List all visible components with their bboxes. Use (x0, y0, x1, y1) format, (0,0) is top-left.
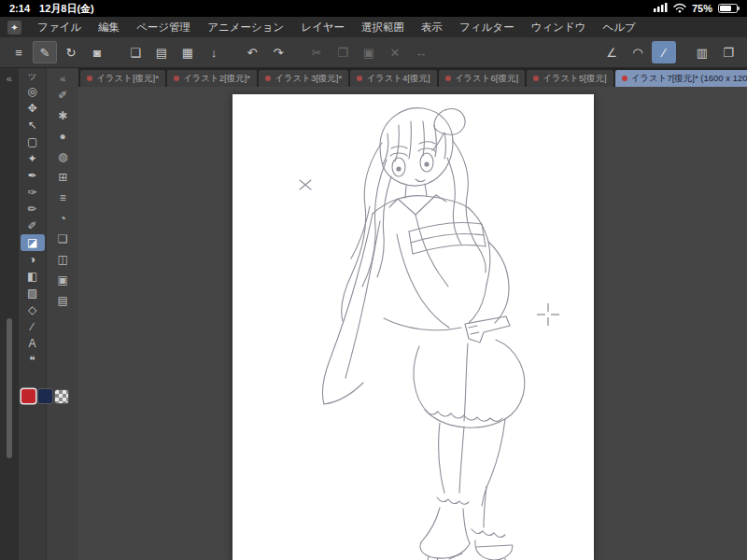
copy-icon: ❐ (331, 41, 355, 63)
auto-select-tool-icon[interactable]: ✦ (21, 150, 45, 167)
ruler-tool-icon[interactable]: ∕ (21, 318, 45, 335)
date: 12月8日(金) (39, 2, 94, 16)
main-color-swatch[interactable] (21, 389, 35, 403)
gradient-tool-icon[interactable]: ▨ (21, 285, 45, 301)
clip-studio-paint-app: 2:14 12月8日(金) 75% ✦ ファイル 編集 ページ管理 アニメーショ… (0, 0, 747, 560)
menu-filter[interactable]: フィルター (451, 21, 523, 35)
document-area: イラスト[復元]* イラスト2[復元]* イラスト3[復元]* イラスト4[復元… (78, 68, 747, 560)
main-menu-icon[interactable]: ≡ (7, 41, 31, 63)
blend-tool-icon[interactable]: ◑ (21, 251, 45, 268)
brush-size-icon[interactable]: ● (49, 126, 76, 147)
color-set-icon[interactable]: ⊞ (49, 167, 76, 188)
canvas-tab[interactable]: イラスト3[復元]* (259, 70, 348, 87)
page-view-icon[interactable]: ❐ (716, 41, 740, 63)
menu-bar: ✦ ファイル 編集 ページ管理 アニメーション レイヤー 選択範囲 表示 フィル… (0, 17, 747, 37)
tab-modified-dot (533, 76, 539, 81)
color-slider-icon[interactable]: ≡ (49, 188, 76, 208)
text-tool-icon[interactable]: A (21, 335, 45, 352)
layer-palette-icon[interactable]: ❏ (49, 229, 76, 249)
menu-animation[interactable]: アニメーション (199, 21, 292, 35)
object-tool-icon[interactable]: ↖ (21, 117, 45, 133)
new-canvas-icon[interactable]: ❏ (123, 41, 148, 63)
tool-palette-title: ツ (28, 70, 36, 83)
tab-modified-dot (265, 76, 271, 81)
color-history-icon[interactable]: ◔ (49, 208, 76, 229)
menu-window[interactable]: ウィンドウ (523, 21, 595, 35)
status-bar: 2:14 12月8日(金) 75% (0, 0, 747, 17)
canvas-tab-active[interactable]: イラスト7[復元]* (1600 x 1200px 72dpi 84.4%) (615, 70, 747, 87)
menu-page-management[interactable]: ページ管理 (128, 21, 199, 35)
layer-property-icon[interactable]: ◫ (49, 249, 76, 270)
rotate-canvas-icon[interactable]: ↻ (59, 41, 83, 63)
menu-file[interactable]: ファイル (29, 21, 90, 35)
drawing-canvas[interactable] (233, 94, 594, 560)
vector-snap-icon[interactable]: ∕ (652, 41, 676, 63)
undo-icon[interactable]: ↶ (240, 41, 264, 63)
subtool-palette-icon[interactable]: ✐ (49, 85, 76, 105)
balloon-tool-icon[interactable]: ❝ (21, 352, 45, 369)
eyedropper-tool-icon[interactable]: ✒ (21, 167, 45, 184)
export-icon[interactable]: ↓ (202, 41, 226, 63)
tool-palette: ツ ◎ ✥ ↖ ▢ ✦ ✒ ✑ ✏ ✐ ◪ ◑ ◧ ▨ ◇ ∕ A ❝ (19, 68, 47, 560)
brush-tool-icon[interactable]: ✐ (21, 217, 45, 234)
figure-tool-icon[interactable]: ◇ (21, 301, 45, 318)
cursor-crosshair-icon (537, 303, 559, 326)
paste-icon: ▣ (357, 41, 381, 63)
canvas-tab[interactable]: イラスト6[復元] (439, 70, 525, 87)
material-icon[interactable]: ▤ (49, 290, 76, 311)
menu-layer[interactable]: レイヤー (292, 21, 353, 35)
transparent-color-swatch[interactable] (55, 390, 68, 403)
menu-edit[interactable]: 編集 (90, 21, 128, 35)
canvas-tab[interactable]: イラスト5[復元] (527, 70, 613, 87)
color-swatches (21, 389, 68, 403)
tab-label: イラスト2[復元]* (183, 73, 250, 85)
zoom-tool-icon[interactable]: ◎ (21, 83, 45, 100)
print-icon[interactable]: ▦ (176, 41, 200, 63)
clip-studio-logo-icon[interactable]: ✦ (7, 21, 21, 35)
tool-property-icon[interactable]: ✱ (49, 105, 76, 126)
tab-label: イラスト[復元]* (96, 73, 159, 85)
move-tool-icon[interactable]: ✥ (21, 100, 45, 117)
selection-tool-icon[interactable]: ▢ (21, 133, 45, 150)
tab-label: イラスト4[復元] (366, 73, 430, 85)
snap-to-special-ruler-icon[interactable]: ◠ (626, 41, 650, 63)
edit-canvas-icon[interactable]: ✎ (33, 41, 57, 63)
menu-view[interactable]: 表示 (413, 21, 451, 35)
canvas-tab[interactable]: イラスト[復元]* (80, 70, 165, 87)
clock: 2:14 (9, 3, 30, 14)
tab-modified-dot (357, 76, 362, 81)
eraser-tool-icon[interactable]: ◪ (21, 234, 45, 251)
tab-label: イラスト6[復元] (455, 73, 518, 85)
color-wheel-icon[interactable]: ◍ (49, 147, 76, 167)
workspace: « ツ ◎ ✥ ↖ ▢ ✦ ✒ ✑ ✏ ✐ ◪ ◑ ◧ ▨ ◇ ∕ A (0, 68, 747, 560)
menu-help[interactable]: ヘルプ (595, 21, 644, 35)
palette-drag-handle[interactable] (7, 318, 12, 458)
redo-icon[interactable]: ↷ (266, 41, 290, 63)
tab-modified-dot (87, 76, 92, 81)
snap-to-ruler-icon[interactable]: ∠ (599, 41, 624, 63)
battery-icon (718, 4, 738, 13)
palette-icon-dock: « ✐ ✱ ● ◍ ⊞ ≡ ◔ ❏ ◫ ▣ ▤ (46, 68, 78, 560)
command-bar: ≡ ✎ ↻ ◙ ❏ ▤ ▦ ↓ ↶ ↷ ✂ ❐ ▣ ✕ ↔ ∠ ◠ ∕ ▥ ❐ (0, 37, 747, 68)
open-file-icon[interactable]: ▤ (149, 41, 174, 63)
illustration-sketch (233, 94, 594, 560)
fill-tool-icon[interactable]: ◧ (21, 268, 45, 285)
pen-tool-icon[interactable]: ✑ (21, 184, 45, 201)
tab-label: イラスト5[復元] (543, 73, 606, 85)
battery-percent: 75% (692, 3, 712, 14)
delete-icon: ✕ (383, 41, 407, 63)
tab-modified-dot (622, 76, 627, 81)
transform-icon: ↔ (409, 41, 433, 63)
cellular-signal-icon (654, 3, 668, 14)
navigator-icon[interactable]: ▣ (49, 270, 76, 290)
canvas-tab[interactable]: イラスト2[復元]* (167, 70, 257, 87)
collapse-dock-icon[interactable]: « (7, 72, 12, 85)
collapse-subdock-icon[interactable]: « (60, 72, 65, 85)
palette-dock-strip: « (0, 68, 19, 560)
canvas-tab[interactable]: イラスト4[復元] (350, 70, 436, 87)
pencil-tool-icon[interactable]: ✏ (21, 201, 45, 217)
camera-import-icon[interactable]: ◙ (85, 41, 109, 63)
palette-dock-toggle-icon[interactable]: ▥ (690, 41, 714, 63)
menu-selection[interactable]: 選択範囲 (353, 21, 413, 35)
sub-color-swatch[interactable] (38, 389, 52, 403)
